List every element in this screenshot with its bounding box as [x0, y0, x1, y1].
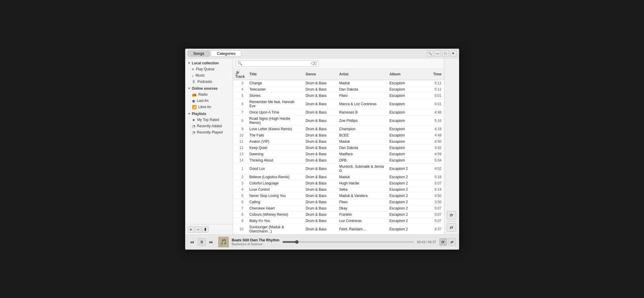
sidebar-item-recently-played[interactable]: ◔ Recently Played — [185, 129, 233, 136]
cell-title: Dawning — [247, 151, 303, 157]
cell-artist: Hugh Hardie — [337, 180, 387, 186]
table-row[interactable]: 6 Calling Drum & Bass Fliwo Escapism 2 3… — [233, 199, 444, 205]
table-row[interactable]: 3 Change Drum & Bass Maduk Escapism 5:11 — [233, 80, 444, 86]
cell-time: 4:50 — [426, 138, 444, 145]
player-controls: ⏮ ⏸ ⏭ — [188, 238, 215, 246]
cell-genre: Drum & Bass — [303, 132, 337, 138]
table-row[interactable]: 13 Dawning Drum & Bass Madface Escapism … — [233, 151, 444, 157]
cell-time: 5:16 — [426, 115, 444, 126]
cell-album: Escapism — [387, 145, 426, 151]
cell-num: 4 — [233, 86, 247, 92]
cell-title: Keep Quiet — [247, 145, 303, 151]
pause-button[interactable]: ⏸ — [198, 238, 206, 246]
librefm-icon: 📶 — [192, 105, 197, 109]
search-button[interactable]: 🔍 — [427, 50, 433, 57]
table-row[interactable]: 7 Once Upon A Time Drum & Bass Rameses B… — [233, 109, 444, 115]
table-row[interactable]: 6 Remember Me feat. Hannah Eve Drum & Ba… — [233, 99, 444, 109]
minimize-button[interactable]: — — [434, 50, 441, 57]
search-icon: 🔍 — [238, 61, 242, 66]
sidebar-section-playlists[interactable]: ▼ Playlists — [185, 110, 233, 117]
table-row[interactable]: 2 Believe (Logistics Remix) Drum & Bass … — [233, 174, 444, 180]
table-row[interactable]: 10 Sunlounger (Maduk & Glanzmann...) Dru… — [233, 224, 444, 234]
track-artist: Bachelors of Science — [232, 242, 280, 246]
shuffle-button[interactable]: ⇄ — [447, 223, 456, 232]
column-time[interactable]: Time — [426, 69, 444, 80]
cell-genre: Drum & Bass — [303, 205, 337, 211]
table-row[interactable]: 4 Telecaster Drum & Bass Dan Dakota Esca… — [233, 86, 444, 92]
table-row[interactable]: 12 Keep Quiet Drum & Bass Dan Dakota Esc… — [233, 145, 444, 151]
save-playlist-button[interactable]: ⬆ — [202, 226, 209, 233]
sidebar-item-music[interactable]: ♪ Music — [185, 72, 233, 79]
tab-categories[interactable]: Categories — [211, 50, 241, 57]
cell-title: Remember Me feat. Hannah Eve — [247, 99, 303, 109]
cell-genre: Drum & Bass — [303, 151, 337, 157]
cell-artist: Rameses B — [337, 109, 387, 115]
column-genre[interactable]: Genre — [303, 69, 337, 80]
total-time: 06:37 — [428, 240, 436, 244]
music-icon: ♪ — [192, 73, 194, 78]
search-clear-button[interactable]: ⌫ — [311, 61, 317, 66]
table-row[interactable]: 7 Cherokee Heart Drum & Bass Dkay Escapi… — [233, 205, 444, 211]
cell-num: 7 — [233, 205, 247, 211]
repeat-button[interactable]: ⟳ — [447, 211, 456, 219]
sidebar-item-radio[interactable]: 📻 Radio — [185, 91, 233, 98]
cell-time: 4:59 — [426, 151, 444, 157]
right-panel-separator — [447, 221, 456, 221]
track-table-container[interactable]: 🔊 Track Title Genre Artist Album Time 3 … — [233, 69, 444, 235]
progress-handle[interactable] — [295, 240, 299, 244]
cell-album: Escapism 2 — [387, 218, 426, 224]
recently-played-icon: ◔ — [192, 130, 195, 135]
tab-songs[interactable]: Songs — [188, 50, 210, 57]
table-row[interactable]: 8 Road Signs (Hugh Hardie Remix) Drum & … — [233, 115, 444, 126]
cell-title: Believe (Logistics Remix) — [247, 174, 303, 180]
remove-playlist-button[interactable]: − — [195, 226, 201, 233]
sidebar-item-my-top-rated[interactable]: ★ My Top Rated — [185, 117, 233, 123]
table-row[interactable]: 11 Avalon (VIP) Drum & Bass Maduk Escapi… — [233, 138, 444, 145]
cell-time: 5:18 — [426, 174, 444, 180]
maximize-button[interactable]: □ — [442, 50, 449, 57]
progress-bar[interactable] — [283, 241, 414, 243]
player-repeat-button[interactable]: ⟳ — [439, 238, 447, 246]
sidebar-section-local-collection[interactable]: ▼ Local collection — [185, 60, 233, 66]
table-row[interactable]: 1 Good Luv Drum & Bass Murdock, Submatik… — [233, 163, 444, 174]
cell-title: Once Upon A Time — [247, 109, 303, 115]
cell-album: Escapism — [387, 86, 426, 92]
table-row[interactable]: 9 Love Letter (Keeno Remix) Drum & Bass … — [233, 126, 444, 132]
cell-num: 9 — [233, 126, 247, 132]
sidebar-item-recently-added[interactable]: ◔ Recently Added — [185, 123, 233, 129]
sidebar-item-play-queue[interactable]: ≡ Play Queue — [185, 66, 233, 72]
cell-time: 4:37 — [426, 224, 444, 234]
previous-button[interactable]: ⏮ — [188, 238, 196, 246]
cell-num: 10 — [233, 224, 247, 234]
column-artist[interactable]: Artist — [337, 69, 387, 80]
sidebar-item-lastfm[interactable]: ◉ Last.fm — [185, 98, 233, 104]
player-shuffle-button[interactable]: ⇄ — [448, 238, 456, 246]
table-row[interactable]: 9 Baby It's You Drum & Bass Loz Contrera… — [233, 218, 444, 224]
table-row[interactable]: 14 Thinking About Drum & Bass DPB Escapi… — [233, 157, 444, 163]
cell-num: 13 — [233, 151, 247, 157]
recently-added-icon: ◔ — [192, 124, 195, 128]
table-row[interactable]: 3 Colorful Language Drum & Bass Hugh Har… — [233, 180, 444, 186]
cell-artist: Dan Dakota — [337, 86, 387, 92]
cell-album: Escapism 2 — [387, 186, 426, 193]
table-row[interactable]: 5 Never Stop Loving You Drum & Bass Madu… — [233, 193, 444, 199]
cell-time: 4:19 — [426, 126, 444, 132]
table-row[interactable]: 5 Stories Drum & Bass Fliwo Escapism 5:0… — [233, 92, 444, 99]
cell-album: Escapism — [387, 151, 426, 157]
sidebar-item-podcasts[interactable]: 🎙 Podcasts — [185, 79, 233, 85]
add-playlist-button[interactable]: + — [188, 226, 194, 233]
column-album[interactable]: Album — [387, 69, 426, 80]
cell-time: 4:42 — [426, 145, 444, 151]
sidebar-item-librefm[interactable]: 📶 Libre.fm — [185, 104, 233, 110]
cell-title: Calling — [247, 199, 303, 205]
close-button[interactable]: ✕ — [450, 50, 457, 57]
table-row[interactable]: 10 The Falls Drum & Bass BCEE Escapism 4… — [233, 132, 444, 138]
search-input[interactable] — [243, 61, 310, 66]
next-button[interactable]: ⏭ — [207, 238, 215, 246]
sidebar-section-online-sources[interactable]: ▼ Online sources — [185, 85, 233, 91]
table-row[interactable]: 8 Colours (Whiney Remix) Drum & Bass Fra… — [233, 211, 444, 218]
table-row[interactable]: 4 Lose Control Drum & Bass Seba Escapism… — [233, 186, 444, 193]
cell-album: Escapism 2 — [387, 193, 426, 199]
cell-album: Escapism — [387, 138, 426, 145]
column-title[interactable]: Title — [247, 69, 303, 80]
